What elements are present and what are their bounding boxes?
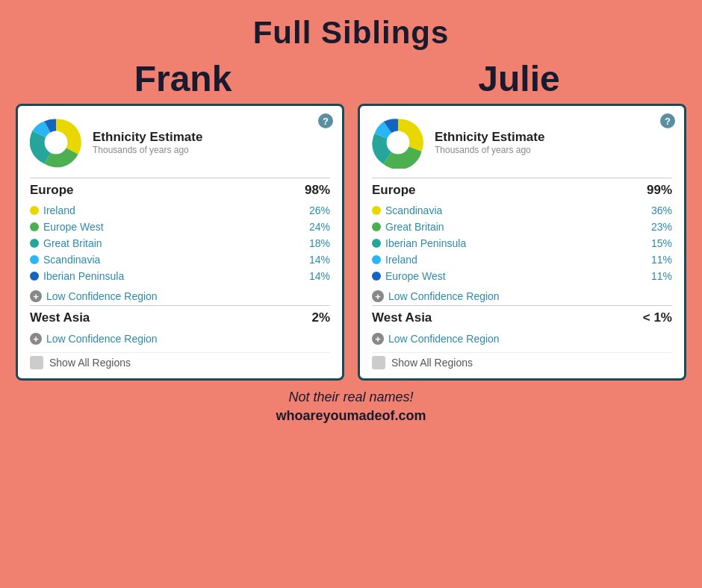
frank-region-pct-ireland: 26%: [309, 204, 330, 216]
frank-region-iberian: Iberian Peninsula 14%: [30, 268, 330, 284]
frank-dot-europewest: [30, 222, 39, 231]
julie-low-confidence-2[interactable]: + Low Confidence Region: [372, 330, 672, 348]
frank-plus-icon-2[interactable]: +: [30, 333, 42, 345]
bottom-notes: Not their real names! whoareyoumadeof.co…: [276, 390, 426, 424]
frank-region-pct-gb: 18%: [309, 237, 330, 249]
frank-low-confidence-2[interactable]: + Low Confidence Region: [30, 330, 330, 348]
julie-region-ireland: Ireland 11%: [372, 251, 672, 268]
page-title: Full Siblings: [253, 15, 450, 51]
frank-region-gb: Great Britain 18%: [30, 235, 330, 251]
julie-show-all-row[interactable]: Show All Regions: [372, 352, 672, 369]
frank-dot-ireland: [30, 206, 39, 215]
frank-card-title-block: Ethnicity Estimate Thousands of years ag…: [93, 130, 202, 155]
julie-region-name-ireland[interactable]: Ireland: [385, 254, 417, 266]
julie-region-gb: Great Britain 23%: [372, 219, 672, 235]
note-website: whoareyoumadeof.com: [276, 408, 426, 424]
frank-region-pct-europewest: 24%: [309, 221, 330, 233]
frank-name: Frank: [32, 58, 335, 99]
frank-low-confidence-1[interactable]: + Low Confidence Region: [30, 287, 330, 305]
julie-region-scandinavia: Scandinavia 36%: [372, 202, 672, 219]
julie-show-all-checkbox[interactable]: [372, 356, 385, 369]
frank-show-all-label: Show All Regions: [49, 357, 131, 369]
julie-europe-header: Europe 99%: [372, 178, 672, 198]
julie-pie-chart: [372, 116, 424, 169]
julie-europe-pct: 99%: [647, 183, 672, 198]
names-row: Frank Julie: [15, 58, 687, 99]
frank-region-name-iberian[interactable]: Iberian Peninsula: [43, 270, 124, 282]
frank-card-subtitle: Thousands of years ago: [93, 145, 202, 155]
julie-region-name-europewest[interactable]: Europe West: [385, 270, 446, 282]
frank-card-title: Ethnicity Estimate: [93, 130, 202, 145]
frank-europe-header: Europe 98%: [30, 178, 330, 198]
frank-region-name-scandinavia[interactable]: Scandinavia: [43, 254, 100, 266]
julie-europe-label: Europe: [372, 183, 416, 198]
frank-card: Ethnicity Estimate Thousands of years ag…: [16, 104, 344, 381]
julie-dot-iberian: [372, 239, 381, 248]
julie-region-pct-gb: 23%: [651, 221, 672, 233]
julie-region-pct-scandinavia: 36%: [651, 204, 672, 216]
frank-region-europewest: Europe West 24%: [30, 219, 330, 235]
julie-region-iberian: Iberian Peninsula 15%: [372, 235, 672, 251]
frank-europe-label: Europe: [30, 183, 74, 198]
frank-westasia-header: West Asia 2%: [30, 305, 330, 325]
julie-region-name-iberian[interactable]: Iberian Peninsula: [385, 237, 466, 249]
frank-region-name-europewest[interactable]: Europe West: [43, 221, 104, 233]
julie-card-subtitle: Thousands of years ago: [435, 145, 544, 155]
julie-westasia-pct: < 1%: [643, 310, 672, 325]
julie-dot-scandinavia: [372, 206, 381, 215]
julie-region-pct-iberian: 15%: [651, 237, 672, 249]
julie-low-confidence-1[interactable]: + Low Confidence Region: [372, 287, 672, 305]
julie-name: Julie: [368, 58, 671, 99]
frank-region-name-ireland[interactable]: Ireland: [43, 204, 75, 216]
svg-point-1: [387, 131, 410, 154]
julie-card-header: Ethnicity Estimate Thousands of years ag…: [372, 116, 672, 169]
julie-question-icon[interactable]: ?: [660, 113, 675, 128]
frank-region-ireland: Ireland 26%: [30, 202, 330, 219]
frank-dot-iberian: [30, 272, 39, 281]
frank-dot-scandinavia: [30, 255, 39, 264]
frank-region-scandinavia: Scandinavia 14%: [30, 251, 330, 268]
frank-show-all-checkbox[interactable]: [30, 356, 43, 369]
frank-question-icon[interactable]: ?: [318, 113, 333, 128]
julie-card-title-block: Ethnicity Estimate Thousands of years ag…: [435, 130, 544, 155]
frank-region-list: Ireland 26% Europe West 24% Great Britai…: [30, 202, 330, 284]
julie-card: Ethnicity Estimate Thousands of years ag…: [358, 104, 686, 381]
julie-dot-gb: [372, 222, 381, 231]
julie-dot-europewest: [372, 272, 381, 281]
frank-pie-chart: [30, 116, 82, 169]
julie-region-pct-ireland: 11%: [651, 254, 672, 266]
frank-westasia-pct: 2%: [311, 310, 330, 325]
julie-region-europewest: Europe West 11%: [372, 268, 672, 284]
julie-dot-ireland: [372, 255, 381, 264]
julie-plus-icon-2[interactable]: +: [372, 333, 384, 345]
svg-point-0: [45, 131, 68, 154]
frank-region-pct-iberian: 14%: [309, 270, 330, 282]
frank-region-pct-scandinavia: 14%: [309, 254, 330, 266]
note-real-names: Not their real names!: [276, 390, 426, 405]
julie-region-name-scandinavia[interactable]: Scandinavia: [385, 204, 442, 216]
frank-show-all-row[interactable]: Show All Regions: [30, 352, 330, 369]
julie-plus-icon-1[interactable]: +: [372, 290, 384, 302]
julie-region-list: Scandinavia 36% Great Britain 23% Iberia…: [372, 202, 672, 284]
cards-row: Ethnicity Estimate Thousands of years ag…: [15, 104, 687, 381]
frank-dot-gb: [30, 239, 39, 248]
frank-europe-pct: 98%: [305, 183, 330, 198]
frank-westasia-label: West Asia: [30, 310, 90, 325]
julie-region-pct-europewest: 11%: [651, 270, 672, 282]
frank-card-header: Ethnicity Estimate Thousands of years ag…: [30, 116, 330, 169]
julie-westasia-header: West Asia < 1%: [372, 305, 672, 325]
julie-westasia-label: West Asia: [372, 310, 432, 325]
julie-card-title: Ethnicity Estimate: [435, 130, 544, 145]
julie-show-all-label: Show All Regions: [391, 357, 473, 369]
frank-plus-icon-1[interactable]: +: [30, 290, 42, 302]
julie-region-name-gb[interactable]: Great Britain: [385, 221, 444, 233]
frank-region-name-gb[interactable]: Great Britain: [43, 237, 102, 249]
